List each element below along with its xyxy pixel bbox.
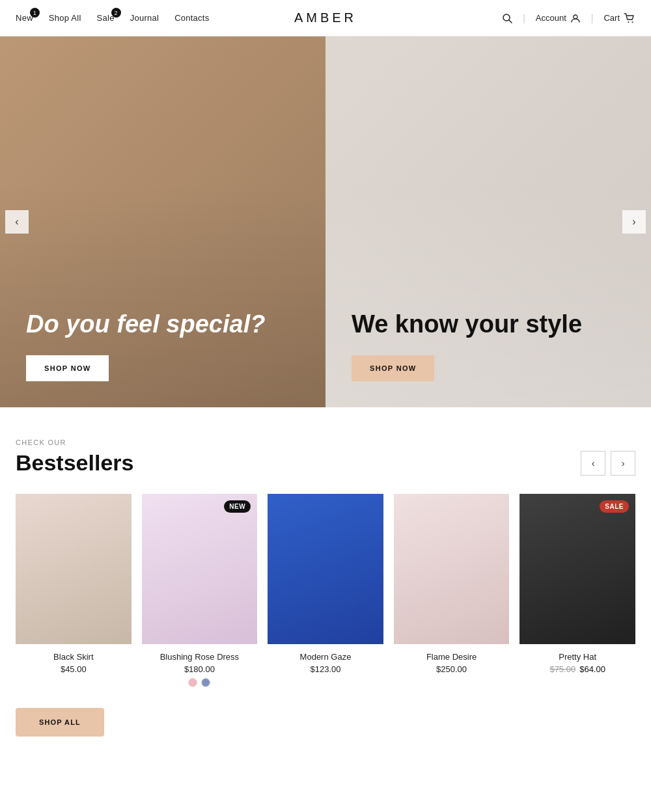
product-name-1: Blushing Rose Dress [142, 652, 258, 662]
product-name-2: Modern Gaze [268, 652, 383, 662]
product-card-1[interactable]: NEWBlushing Rose Dress$180.00 [142, 494, 258, 687]
svg-point-4 [632, 21, 633, 23]
account-label: Account [536, 13, 566, 23]
product-grid: Black Skirt$45.00NEWBlushing Rose Dress$… [16, 494, 635, 687]
product-card-0[interactable]: Black Skirt$45.00 [16, 494, 132, 687]
site-logo: AMBER [294, 10, 357, 25]
product-sale-price-4: $64.00 [579, 664, 605, 674]
product-image-wrap-3 [394, 494, 510, 644]
shop-all-wrap: SHOP ALL [16, 708, 635, 737]
product-price-2: $123.00 [268, 664, 383, 674]
product-image-wrap-0 [16, 494, 132, 644]
hero-right-shop-button[interactable]: SHOP NOW [352, 355, 434, 381]
carousel-prev-button[interactable]: ‹ [581, 451, 605, 476]
svg-point-3 [628, 21, 630, 23]
section-title: Bestsellers [16, 450, 133, 476]
bestsellers-section: CHECK OUR Bestsellers ‹ › Black Skirt$45… [0, 407, 651, 763]
hero-left-heading: Do you feel special? [26, 310, 265, 340]
nav-journal[interactable]: Journal [130, 13, 159, 23]
product-price-0: $45.00 [16, 664, 132, 674]
product-name-4: Pretty Hat [519, 652, 635, 662]
nav-contacts[interactable]: Contacts [174, 13, 209, 23]
hero-slide-right: We know your style SHOP NOW [326, 36, 651, 407]
swatch-1-1[interactable] [201, 678, 210, 687]
product-image-2 [268, 494, 383, 644]
hero-left-content: Do you feel special? SHOP NOW [26, 310, 265, 381]
nav-sale[interactable]: Sale 2 [97, 13, 115, 23]
swatch-1-0[interactable] [188, 678, 197, 687]
hero-slide-left: Do you feel special? SHOP NOW [0, 36, 326, 407]
account-icon [570, 13, 581, 23]
divider-2: | [591, 13, 594, 23]
carousel-next-button[interactable]: › [611, 451, 635, 476]
hero-section: ‹ Do you feel special? SHOP NOW We know … [0, 36, 651, 407]
account-button[interactable]: Account [536, 13, 581, 23]
product-image-0 [16, 494, 132, 644]
sale-badge: 2 [111, 8, 121, 18]
cart-icon [624, 13, 635, 23]
product-image-1 [142, 494, 258, 644]
product-image-wrap-1: NEW [142, 494, 258, 644]
new-badge: 1 [30, 8, 40, 18]
product-name-0: Black Skirt [16, 652, 132, 662]
product-badge-4: SALE [600, 500, 629, 513]
nav-shop-all[interactable]: Shop All [49, 13, 81, 23]
hero-next-button[interactable]: › [622, 210, 646, 234]
product-image-4 [519, 494, 635, 644]
product-swatches-1 [142, 678, 258, 687]
product-image-wrap-4: SALE [519, 494, 635, 644]
divider-1: | [523, 13, 525, 23]
nav-new[interactable]: New 1 [16, 13, 33, 23]
hero-right-content: We know your style SHOP NOW [352, 310, 582, 381]
carousel-nav: ‹ › [581, 451, 635, 476]
product-name-3: Flame Desire [394, 652, 510, 662]
product-card-2[interactable]: Modern Gaze$123.00 [268, 494, 383, 687]
product-original-price-4: $75.00 [549, 664, 575, 674]
search-button[interactable] [502, 13, 512, 23]
search-icon [502, 13, 512, 23]
product-image-wrap-2 [268, 494, 383, 644]
product-price-3: $250.00 [394, 664, 510, 674]
product-card-4[interactable]: SALEPretty Hat$75.00$64.00 [519, 494, 635, 687]
product-card-3[interactable]: Flame Desire$250.00 [394, 494, 510, 687]
hero-left-shop-button[interactable]: SHOP NOW [26, 355, 109, 381]
main-nav: New 1 Shop All Sale 2 Journal Contacts [16, 13, 210, 23]
product-badge-1: NEW [224, 500, 251, 513]
hero-prev-button[interactable]: ‹ [5, 210, 29, 234]
cart-button[interactable]: Cart [603, 13, 635, 23]
shop-all-button[interactable]: SHOP ALL [16, 708, 104, 737]
product-price-4: $75.00$64.00 [519, 664, 635, 674]
header-actions: | Account | Cart [502, 13, 635, 23]
header: New 1 Shop All Sale 2 Journal Contacts A… [0, 0, 651, 36]
hero-right-heading: We know your style [352, 310, 582, 340]
product-image-3 [394, 494, 510, 644]
svg-point-2 [574, 15, 577, 19]
cart-label: Cart [603, 13, 620, 23]
section-title-group: CHECK OUR Bestsellers [16, 439, 133, 476]
svg-line-1 [509, 20, 512, 23]
section-eyebrow: CHECK OUR [16, 439, 133, 446]
product-price-1: $180.00 [142, 664, 258, 674]
section-header: CHECK OUR Bestsellers ‹ › [16, 439, 635, 476]
